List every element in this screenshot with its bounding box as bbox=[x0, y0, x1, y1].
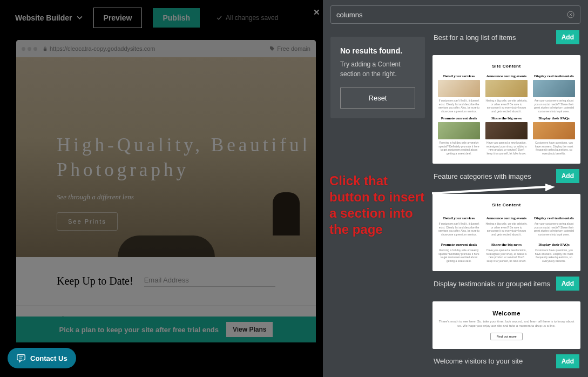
publish-button[interactable]: Publish bbox=[153, 8, 200, 28]
clear-search-button[interactable] bbox=[567, 11, 575, 18]
brand-dropdown[interactable]: Website Builder bbox=[15, 14, 83, 22]
section-card: Best for a long list of items Add bbox=[432, 29, 580, 44]
search-input[interactable] bbox=[336, 11, 567, 19]
view-plans-button[interactable]: View Plans bbox=[226, 322, 273, 337]
section-search-box[interactable] bbox=[330, 5, 580, 24]
newsletter-section[interactable]: Keep Up to Date! Email Address bbox=[16, 257, 316, 306]
save-status: All changes saved bbox=[216, 14, 278, 22]
hero-cta-button[interactable]: See Prints bbox=[57, 212, 118, 231]
section-list[interactable]: Best for a long list of items Add Site C… bbox=[432, 29, 588, 377]
card-label: Best for a long list of items bbox=[434, 33, 516, 42]
brand-label: Website Builder bbox=[15, 14, 72, 22]
card-label: Welcome visitors to your site bbox=[434, 357, 523, 365]
reset-search-button[interactable]: Reset bbox=[340, 87, 415, 109]
site-preview-frame: https://cleocatra-copy.godaddysites.com … bbox=[16, 40, 316, 342]
add-section-button[interactable]: Add bbox=[556, 169, 579, 183]
card-preview[interactable]: Site Content Detail your servicesIf cust… bbox=[432, 55, 580, 164]
contact-us-button[interactable]: Contact Us bbox=[8, 348, 76, 368]
no-results-message: No results found. Try adding a Content s… bbox=[330, 37, 425, 118]
no-results-text: Try adding a Content section on the righ… bbox=[340, 59, 415, 79]
card-label: Display testimonials or grouped items bbox=[434, 280, 550, 288]
plan-bar: Pick a plan to keep your site after free… bbox=[16, 317, 316, 342]
card-preview[interactable]: Welcome There's much to see here. So, ta… bbox=[432, 301, 580, 349]
tag-icon bbox=[269, 46, 275, 51]
preview-heading: Site Content bbox=[438, 203, 575, 207]
chat-icon bbox=[16, 353, 26, 363]
free-domain-link[interactable]: Free domain bbox=[269, 45, 310, 52]
lock-icon bbox=[43, 46, 48, 51]
svg-line-5 bbox=[432, 187, 545, 193]
svg-rect-0 bbox=[44, 48, 46, 51]
chevron-down-icon bbox=[77, 15, 83, 21]
section-card: Site Content Detail your servicesIf cust… bbox=[432, 55, 580, 183]
close-panel-button[interactable]: ✕ bbox=[313, 8, 320, 17]
annotation-text: Click that button to insert a section in… bbox=[329, 173, 424, 238]
clear-icon bbox=[567, 11, 575, 18]
no-results-title: No results found. bbox=[340, 46, 415, 55]
window-dots bbox=[22, 47, 37, 51]
hero-subtitle[interactable]: See through a different lens bbox=[57, 193, 310, 201]
annotation-arrow-icon bbox=[432, 184, 556, 200]
add-section-button[interactable]: Add bbox=[556, 30, 579, 44]
email-input[interactable]: Email Address bbox=[144, 276, 275, 287]
section-card: Site Content Detail your servicesIf cust… bbox=[432, 194, 580, 291]
svg-rect-1 bbox=[17, 355, 25, 360]
preview-btn: Find out more bbox=[490, 333, 522, 340]
urlbar: https://cleocatra-copy.godaddysites.com … bbox=[16, 40, 316, 57]
card-preview[interactable]: Site Content Detail your servicesIf cust… bbox=[432, 194, 580, 271]
preview-heading: Welcome bbox=[438, 310, 575, 317]
check-icon bbox=[216, 15, 222, 21]
add-section-button[interactable]: Add bbox=[556, 354, 579, 368]
hero-title[interactable]: High-Quality, BeautifulPhotography bbox=[57, 133, 310, 182]
url-text: https://cleocatra-copy.godaddysites.com bbox=[50, 45, 155, 52]
preview-button[interactable]: Preview bbox=[93, 8, 143, 28]
newsletter-title[interactable]: Keep Up to Date! bbox=[57, 275, 133, 287]
add-section-button[interactable]: Add bbox=[556, 277, 579, 291]
plan-text: Pick a plan to keep your site after free… bbox=[59, 326, 219, 334]
section-card: Welcome There's much to see here. So, ta… bbox=[432, 301, 580, 368]
svg-marker-6 bbox=[545, 184, 555, 191]
card-label: Feature categories with images bbox=[434, 172, 531, 180]
editor-topbar: Website Builder Preview Publish All chan… bbox=[0, 0, 323, 35]
preview-heading: Site Content bbox=[438, 64, 575, 69]
hero-section[interactable]: High-Quality, BeautifulPhotography See t… bbox=[16, 57, 316, 257]
